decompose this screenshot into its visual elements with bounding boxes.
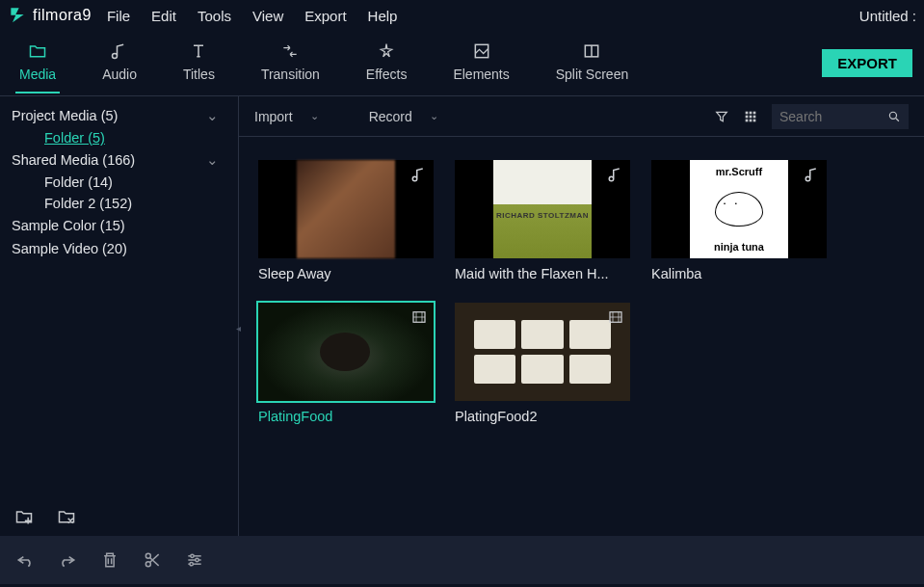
media-item[interactable]: PlatingFood — [258, 303, 434, 424]
redo-icon[interactable] — [58, 550, 77, 570]
tree-label: Shared Media (166) — [12, 152, 206, 168]
media-item[interactable]: mr.Scruffninja tuna Kalimba — [651, 160, 827, 281]
tree-label: Project Media (5) — [12, 108, 206, 123]
menu-file[interactable]: File — [107, 8, 130, 24]
tab-splitscreen[interactable]: Split Screen — [556, 41, 628, 86]
svg-rect-8 — [753, 115, 756, 118]
new-folder-icon[interactable] — [13, 507, 35, 526]
svg-point-31 — [190, 563, 193, 566]
tree-project-media[interactable]: Project Media (5) ⌄ — [12, 104, 226, 127]
import-dropdown[interactable]: Import ⌄ — [254, 109, 319, 124]
settings-sliders-icon[interactable] — [185, 550, 204, 570]
undo-icon[interactable] — [15, 550, 35, 570]
film-icon — [410, 308, 428, 326]
menubar: File Edit Tools View Export Help — [107, 8, 398, 24]
svg-rect-7 — [750, 115, 752, 118]
content-pane: Import ⌄ Record ⌄ — [239, 96, 924, 536]
svg-line-13 — [896, 118, 899, 120]
thumbnail[interactable] — [455, 160, 630, 258]
chevron-down-icon: ⌄ — [310, 110, 319, 122]
scissors-icon[interactable] — [143, 550, 162, 570]
thumbnail[interactable] — [258, 160, 434, 258]
tree-label: Sample Video (20) — [12, 241, 226, 256]
toolbar: Media Audio Titles Transition Effects El… — [0, 31, 924, 96]
project-title: Untitled : — [859, 8, 916, 24]
transition-icon — [279, 41, 301, 61]
content-header: Import ⌄ Record ⌄ — [239, 96, 924, 137]
app-name: filmora9 — [33, 7, 92, 24]
tab-effects[interactable]: Effects — [366, 41, 408, 86]
tree-shared-media[interactable]: Shared Media (166) ⌄ — [12, 148, 226, 172]
film-icon — [607, 308, 624, 326]
media-item[interactable]: PlatingFood2 — [455, 303, 630, 424]
menu-export[interactable]: Export — [304, 8, 346, 24]
tab-label: Split Screen — [556, 67, 628, 82]
tab-audio[interactable]: Audio — [102, 41, 137, 86]
search-box[interactable] — [772, 104, 909, 129]
text-icon — [188, 41, 209, 61]
app-logo: filmora9 — [8, 5, 92, 27]
thumbnail[interactable]: mr.Scruffninja tuna — [651, 160, 827, 258]
chevron-down-icon: ⌄ — [430, 110, 438, 122]
album-art: mr.Scruffninja tuna — [690, 160, 788, 258]
sidebar: Project Media (5) ⌄ Folder (5) Shared Me… — [0, 96, 239, 536]
effects-icon — [376, 41, 397, 61]
tree-folder2[interactable]: Folder 2 (152) — [44, 193, 226, 214]
svg-rect-4 — [750, 111, 752, 114]
thumbnail[interactable] — [455, 303, 630, 401]
media-name: Kalimba — [651, 258, 827, 281]
dropdown-label: Import — [254, 109, 293, 124]
grid-view-icon[interactable] — [743, 109, 758, 124]
search-input[interactable] — [779, 109, 887, 124]
thumbnail[interactable] — [258, 303, 434, 401]
trash-icon[interactable] — [100, 550, 119, 570]
chevron-down-icon[interactable]: ⌄ — [206, 108, 219, 123]
splitscreen-icon — [581, 41, 602, 61]
dropdown-label: Record — [369, 109, 412, 124]
svg-point-12 — [889, 112, 896, 119]
filter-icon[interactable] — [714, 109, 729, 124]
search-icon[interactable] — [887, 109, 901, 124]
chevron-down-icon[interactable]: ⌄ — [206, 152, 219, 168]
tree-folder-selected[interactable]: Folder (5) — [44, 127, 226, 148]
media-tree: Project Media (5) ⌄ Folder (5) Shared Me… — [0, 96, 238, 497]
svg-rect-3 — [746, 111, 749, 114]
menu-edit[interactable]: Edit — [151, 8, 176, 24]
media-name: PlatingFood2 — [455, 401, 630, 424]
tab-label: Elements — [453, 67, 509, 82]
export-button[interactable]: EXPORT — [822, 49, 912, 77]
delete-folder-icon[interactable] — [56, 507, 77, 526]
tab-label: Audio — [102, 67, 137, 82]
tree-sample-color[interactable]: Sample Color (15) — [12, 214, 226, 237]
menu-view[interactable]: View — [252, 8, 283, 24]
menu-tools[interactable]: Tools — [198, 8, 231, 24]
sidebar-splitter[interactable] — [232, 316, 244, 339]
menu-help[interactable]: Help — [368, 8, 398, 24]
tree-folder14[interactable]: Folder (14) — [44, 172, 226, 193]
video-preview — [455, 303, 630, 401]
tab-media[interactable]: Media — [19, 41, 56, 86]
svg-point-30 — [196, 558, 198, 561]
tab-label: Media — [19, 67, 56, 82]
video-preview — [258, 303, 434, 401]
tab-transition[interactable]: Transition — [261, 41, 320, 86]
svg-rect-11 — [753, 119, 756, 121]
media-name: Maid with the Flaxen H... — [455, 258, 630, 281]
record-dropdown[interactable]: Record ⌄ — [369, 109, 438, 124]
tab-label: Effects — [366, 67, 408, 82]
tree-sample-video[interactable]: Sample Video (20) — [12, 237, 226, 260]
sidebar-actions — [0, 497, 238, 536]
media-name: PlatingFood — [258, 401, 434, 424]
media-item[interactable]: Sleep Away — [258, 160, 434, 281]
media-name: Sleep Away — [258, 258, 434, 281]
media-grid: Sleep Away Maid with the Flaxen H... mr.… — [239, 137, 924, 447]
media-item[interactable]: Maid with the Flaxen H... — [455, 160, 630, 281]
tab-titles[interactable]: Titles — [183, 41, 215, 86]
svg-rect-9 — [746, 119, 749, 121]
tab-elements[interactable]: Elements — [453, 41, 509, 86]
album-art — [493, 160, 592, 258]
elements-icon — [471, 41, 492, 61]
titlebar: filmora9 File Edit Tools View Export Hel… — [0, 0, 924, 31]
filmora-logo-icon — [8, 5, 27, 27]
music-note-icon — [607, 166, 624, 183]
